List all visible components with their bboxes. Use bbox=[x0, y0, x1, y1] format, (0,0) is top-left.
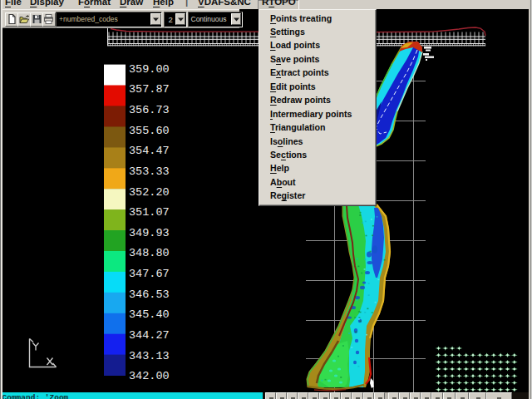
svg-text:353.33: 353.33 bbox=[129, 165, 170, 178]
svg-text:356.73: 356.73 bbox=[129, 104, 170, 116]
svg-text:351.07: 351.07 bbox=[129, 206, 170, 219]
svg-text:346.53: 346.53 bbox=[129, 288, 170, 301]
svg-text:349.93: 349.93 bbox=[129, 227, 170, 239]
svg-text:345.40: 345.40 bbox=[129, 308, 170, 321]
svg-text:354.47: 354.47 bbox=[129, 145, 170, 157]
svg-text:348.80: 348.80 bbox=[129, 247, 170, 259]
svg-text:344.27: 344.27 bbox=[129, 329, 170, 342]
svg-text:342.00: 342.00 bbox=[129, 370, 170, 382]
svg-text:355.60: 355.60 bbox=[129, 125, 170, 137]
svg-text:352.20: 352.20 bbox=[129, 186, 170, 199]
svg-text:359.00: 359.00 bbox=[129, 63, 170, 76]
svg-text:343.13: 343.13 bbox=[129, 350, 170, 362]
svg-text:347.67: 347.67 bbox=[129, 268, 170, 280]
svg-text:357.87: 357.87 bbox=[129, 83, 170, 96]
